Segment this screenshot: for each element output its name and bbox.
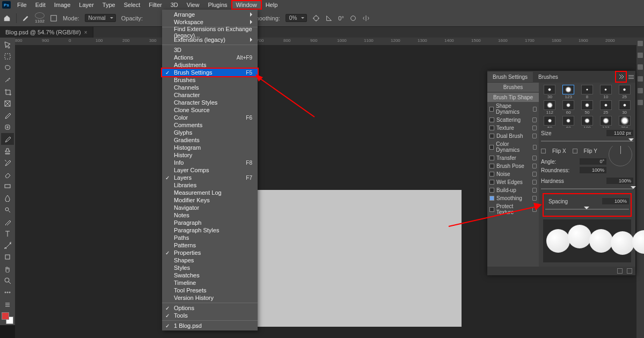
menuitem-paths[interactable]: Paths	[162, 234, 258, 241]
menuitem-adjustments[interactable]: Adjustments	[162, 61, 258, 69]
menuitem-extensions-legacy-[interactable]: Extensions (legacy)	[162, 36, 258, 43]
brush-preset[interactable]: 25	[597, 100, 614, 115]
brush-preset[interactable]: 50	[579, 100, 596, 115]
menuitem-glyphs[interactable]: Glyphs	[162, 129, 258, 136]
collapsed-panel-icon[interactable]	[638, 76, 643, 82]
tool-more[interactable]	[1, 298, 14, 310]
menuitem-histogram[interactable]: Histogram	[162, 144, 258, 151]
menuitem-actions[interactable]: ActionsAlt+F9	[162, 54, 258, 61]
brushes-header[interactable]: Brushes	[487, 83, 539, 92]
panel-popout-button[interactable]	[615, 71, 627, 83]
tool-zoom[interactable]	[1, 275, 14, 286]
document-canvas[interactable]	[258, 190, 462, 327]
brush-preset[interactable]: 100	[579, 116, 596, 128]
menuitem-modifier-keys[interactable]: Modifier Keys	[162, 196, 258, 204]
tool-type[interactable]	[1, 227, 14, 239]
menu-select[interactable]: Select	[120, 1, 145, 9]
tool-blur[interactable]	[1, 192, 14, 204]
menu-layer[interactable]: Layer	[75, 1, 98, 9]
tool-frame[interactable]	[1, 98, 14, 109]
tool-stamp[interactable]	[1, 145, 14, 157]
tool-move[interactable]	[1, 39, 14, 50]
tool-brush[interactable]	[1, 133, 14, 145]
spacing-value[interactable]: 100%	[602, 198, 629, 204]
menuitem-clone-source[interactable]: Clone Source	[162, 106, 258, 114]
tool-wand[interactable]	[1, 74, 14, 86]
tool-marquee[interactable]	[1, 50, 14, 62]
tool-edit-toolbar[interactable]	[1, 286, 14, 298]
brush-option-scattering[interactable]: Scattering	[487, 116, 539, 124]
brush-tip-shape-header[interactable]: Brush Tip Shape	[487, 93, 539, 102]
collapsed-panel-icon[interactable]	[638, 41, 643, 46]
menu-type[interactable]: Type	[98, 1, 120, 9]
menuitem-properties[interactable]: ✓Properties	[162, 249, 258, 256]
menuitem-options[interactable]: ✓Options	[162, 304, 258, 312]
tool-path[interactable]	[1, 239, 14, 251]
menuitem-timeline[interactable]: Timeline	[162, 279, 258, 286]
menu-filter[interactable]: Filter	[144, 1, 166, 9]
menuitem-layers[interactable]: ✓LayersF7	[162, 174, 258, 181]
menuitem-3d[interactable]: 3D	[162, 46, 258, 54]
tool-gradient[interactable]	[1, 180, 14, 192]
spacing-slider[interactable]	[545, 207, 629, 212]
brush-option-protect-texture[interactable]: Protect Texture	[487, 202, 539, 216]
home-icon[interactable]	[3, 14, 11, 22]
brush-option-dual-brush[interactable]: Dual Brush	[487, 132, 539, 140]
roundness-value[interactable]: 100%	[580, 167, 606, 173]
menuitem-channels[interactable]: Channels	[162, 84, 258, 91]
menuitem-character-styles[interactable]: Character Styles	[162, 99, 258, 106]
hardness-value[interactable]: 100%	[606, 178, 633, 184]
angle-dial[interactable]	[609, 146, 632, 166]
mode-dropdown[interactable]: Normal	[85, 14, 116, 22]
brush-preset[interactable]: 8	[579, 85, 596, 99]
tool-lasso[interactable]	[1, 62, 14, 74]
close-tab-icon[interactable]: ×	[84, 30, 87, 35]
menuitem-shapes[interactable]: Shapes	[162, 256, 258, 264]
menuitem-layer-comps[interactable]: Layer Comps	[162, 166, 258, 174]
tool-shape[interactable]	[1, 251, 14, 263]
menuitem-brushes[interactable]: Brushes	[162, 76, 258, 84]
new-preset-icon[interactable]	[617, 268, 623, 274]
menuitem-tools[interactable]: ✓Tools	[162, 312, 258, 319]
tool-dodge[interactable]	[1, 204, 14, 216]
menuitem-notes[interactable]: Notes	[162, 211, 258, 219]
menuitem-navigator[interactable]: Navigator	[162, 204, 258, 211]
menuitem-info[interactable]: InfoF8	[162, 159, 258, 166]
menu-help[interactable]: Help	[261, 1, 282, 9]
tool-crop[interactable]	[1, 86, 14, 98]
menuitem-version-history[interactable]: Version History	[162, 294, 258, 302]
menu-3d[interactable]: 3D	[166, 1, 182, 9]
brush-preset[interactable]: 30	[541, 85, 559, 99]
collapsed-panel-icon[interactable]	[638, 88, 643, 93]
tool-eraser[interactable]	[1, 168, 14, 180]
menuitem-gradients[interactable]: Gradients	[162, 136, 258, 144]
flip-x-checkbox[interactable]	[541, 149, 546, 153]
menuitem-tool-presets[interactable]: Tool Presets	[162, 286, 258, 294]
angle-value[interactable]: 0°	[580, 158, 606, 165]
menuitem-paragraph-styles[interactable]: Paragraph Styles	[162, 226, 258, 234]
menuitem-arrange[interactable]: Arrange	[162, 11, 258, 18]
tab-brushes[interactable]: Brushes	[533, 72, 564, 82]
symmetry-icon[interactable]	[362, 14, 370, 22]
brush-preset[interactable]: 123	[560, 85, 577, 99]
brush-preset[interactable]: 10	[597, 85, 614, 99]
smoothing-options-icon[interactable]	[312, 14, 320, 22]
menu-file[interactable]: File	[13, 1, 31, 9]
tool-hand[interactable]	[1, 263, 14, 275]
menuitem-swatches[interactable]: Swatches	[162, 271, 258, 279]
brush-panel-toggle-icon[interactable]	[50, 14, 57, 22]
size-slider[interactable]	[541, 138, 633, 144]
menuitem-workspace[interactable]: Workspace	[162, 18, 258, 26]
brush-preview-icon[interactable]	[35, 12, 45, 19]
color-swatches[interactable]	[2, 312, 13, 324]
menu-window[interactable]: Window	[232, 1, 261, 9]
brush-option-shape-dynamics[interactable]: Shape Dynamics	[487, 102, 539, 116]
menuitem-brush-settings[interactable]: ✓Brush SettingsF5	[162, 69, 258, 76]
collapsed-panel-icon[interactable]	[638, 53, 643, 58]
menuitem-find-extensions-on-exchange-legacy-[interactable]: Find Extensions on Exchange (legacy)...	[162, 28, 258, 36]
tool-heal[interactable]	[1, 121, 14, 133]
tool-history[interactable]	[1, 157, 14, 168]
brush-preset[interactable]: 50	[541, 116, 559, 128]
brush-option-transfer[interactable]: Transfer	[487, 154, 539, 162]
menuitem-styles[interactable]: Styles	[162, 264, 258, 271]
